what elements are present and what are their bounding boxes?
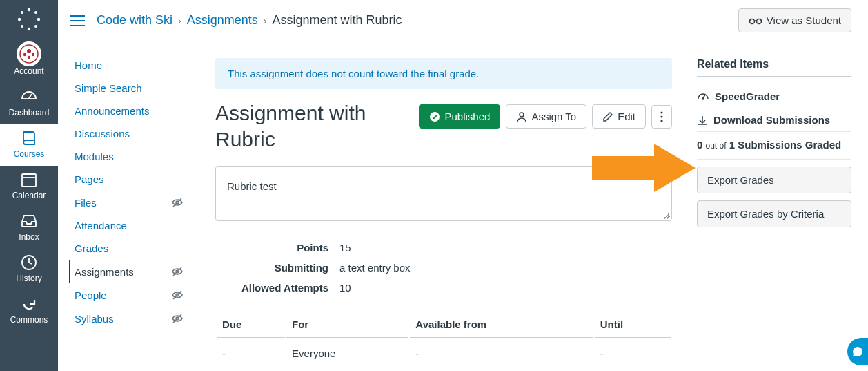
svg-line-43 (703, 95, 705, 98)
hidden-eye-icon (171, 289, 184, 301)
more-options-button[interactable] (651, 105, 672, 129)
available-header: Available from (410, 312, 593, 338)
grade-notice: This assignment does not count toward th… (215, 58, 672, 89)
check-circle-icon (429, 111, 440, 122)
nav-account[interactable]: Account (0, 37, 58, 83)
chevron-right-icon: › (264, 15, 267, 26)
inbox-icon (19, 211, 39, 231)
due-dates-table: Due For Available from Until - Everyone … (215, 310, 672, 361)
breadcrumb-course[interactable]: Code with Ski (97, 13, 172, 28)
table-row: - Everyone - - (217, 339, 671, 359)
nav-history-label: History (16, 274, 41, 283)
svg-point-11 (32, 53, 34, 56)
chevron-right-icon: › (178, 15, 181, 26)
nav-dashboard-label: Dashboard (9, 108, 50, 117)
svg-point-3 (37, 18, 40, 21)
hidden-eye-icon (171, 312, 184, 325)
pencil-icon (602, 111, 613, 122)
export-grades-criteria-button[interactable]: Export Grades by Criteria (697, 200, 851, 227)
nav-calendar-label: Calendar (12, 191, 46, 200)
breadcrumb-section[interactable]: Assignments (187, 13, 258, 28)
assignment-meta: Points15 Submittinga text entry box Allo… (229, 238, 672, 298)
right-sidebar: Related Items SpeedGrader Download Submi… (689, 41, 868, 371)
topbar: Code with Ski › Assignments › Assignment… (58, 0, 868, 41)
svg-point-7 (34, 25, 37, 28)
nav-inbox[interactable]: Inbox (0, 207, 58, 249)
course-nav-assignments[interactable]: Assignments (69, 260, 190, 283)
hidden-eye-icon (171, 265, 184, 278)
course-nav-pages[interactable]: Pages (69, 168, 190, 191)
nav-commons[interactable]: Commons (0, 290, 58, 332)
global-nav: Account Dashboard Courses Calendar Inbox (0, 0, 58, 371)
due-header: Due (217, 312, 285, 338)
main-content: This assignment does not count toward th… (190, 41, 689, 371)
nav-courses[interactable]: Courses (0, 124, 58, 166)
svg-point-12 (28, 56, 30, 59)
svg-line-13 (29, 94, 32, 98)
chat-icon (851, 345, 864, 358)
nav-commons-label: Commons (10, 315, 48, 325)
course-nav-syllabus[interactable]: Syllabus (69, 307, 190, 330)
published-button[interactable]: Published (419, 104, 500, 129)
svg-point-42 (660, 120, 662, 122)
related-items-title: Related Items (697, 58, 851, 77)
points-value: 15 (339, 242, 672, 254)
until-header: Until (595, 312, 671, 338)
course-nav-discussions[interactable]: Discussions (69, 122, 190, 145)
assignment-title: Assignment with Rubric (215, 100, 408, 152)
for-header: For (286, 312, 408, 338)
download-submissions-link[interactable]: Download Submissions (697, 108, 851, 132)
export-grades-button[interactable]: Export Grades (697, 167, 851, 193)
breadcrumb: Code with Ski › Assignments › Assignment… (97, 13, 738, 28)
course-nav: Home Simple Search Announcements Discuss… (58, 41, 190, 371)
nav-history[interactable]: History (0, 249, 58, 290)
svg-point-4 (21, 11, 23, 14)
svg-point-39 (520, 113, 524, 117)
speedgrader-link[interactable]: SpeedGrader (697, 85, 851, 108)
submitting-value: a text entry box (339, 262, 672, 274)
course-nav-announcements[interactable]: Announcements (69, 99, 190, 122)
kebab-icon (660, 111, 663, 122)
person-icon (516, 111, 527, 122)
breadcrumb-current: Assignment with Rubric (272, 13, 402, 28)
svg-point-10 (23, 53, 26, 56)
nav-courses-label: Courses (14, 149, 45, 159)
svg-point-5 (34, 11, 37, 14)
points-label: Points (229, 242, 339, 254)
svg-point-6 (21, 25, 23, 28)
svg-point-44 (702, 98, 704, 99)
edit-button[interactable]: Edit (592, 104, 646, 129)
submissions-graded: 0 out of 1 Submissions Graded (697, 132, 851, 160)
course-nav-files[interactable]: Files (69, 191, 190, 214)
nav-inbox-label: Inbox (19, 232, 39, 242)
svg-point-8 (20, 45, 38, 63)
attempts-value: 10 (339, 282, 672, 294)
nav-calendar[interactable]: Calendar (0, 166, 58, 207)
course-nav-grades[interactable]: Grades (69, 237, 190, 260)
svg-point-40 (660, 111, 662, 113)
view-as-student-button[interactable]: View as Student (738, 8, 851, 32)
svg-point-0 (28, 8, 30, 11)
canvas-logo-icon[interactable] (15, 6, 43, 33)
svg-point-41 (660, 115, 662, 117)
nav-dashboard[interactable]: Dashboard (0, 83, 58, 124)
assign-to-button[interactable]: Assign To (506, 104, 586, 129)
course-nav-attendance[interactable]: Attendance (69, 214, 190, 237)
attempts-label: Allowed Attempts (229, 282, 339, 294)
hidden-eye-icon (171, 196, 184, 209)
course-nav-home[interactable]: Home (69, 54, 190, 77)
courses-icon (19, 129, 39, 148)
course-nav-people[interactable]: People (69, 283, 190, 307)
hamburger-menu-icon[interactable] (66, 10, 88, 32)
course-nav-simple-search[interactable]: Simple Search (69, 77, 190, 99)
svg-point-2 (18, 18, 21, 21)
speedgrader-icon (697, 92, 709, 102)
svg-point-1 (28, 28, 30, 30)
svg-point-9 (27, 49, 31, 53)
course-nav-modules[interactable]: Modules (69, 145, 190, 168)
nav-account-label: Account (14, 66, 43, 76)
commons-icon (19, 294, 39, 314)
assignment-description[interactable]: Rubric test (215, 166, 672, 221)
history-icon (19, 253, 39, 272)
glasses-icon (749, 17, 762, 25)
